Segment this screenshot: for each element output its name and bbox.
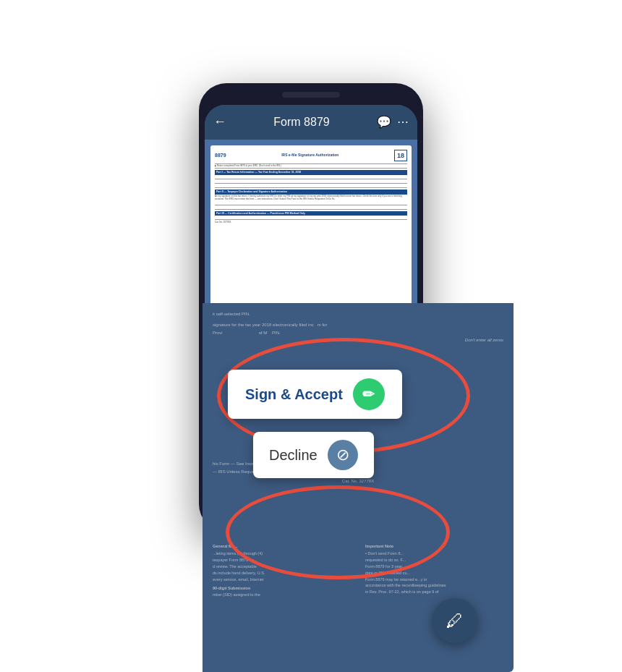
- form-year: 18: [394, 150, 407, 162]
- pencil-icon: ✏: [362, 386, 375, 403]
- expanded-line-6: Cat. No. 32778X: [213, 477, 503, 485]
- decline-label: Decline: [269, 447, 318, 464]
- header-icons: 💬 ⋯: [377, 115, 409, 129]
- sign-accept-label: Sign & Accept: [245, 386, 343, 403]
- chat-icon[interactable]: 💬: [377, 115, 391, 129]
- fab-pencil-button[interactable]: 🖊: [433, 598, 477, 643]
- expanded-bottom-text: General Mo... ...leting items (1) throug…: [213, 543, 503, 598]
- no-sign-icon: ⊘: [336, 446, 349, 464]
- form-part1: Part I — Tax Return Information — Tax Ye…: [215, 170, 407, 175]
- fab-pen-icon: 🖊: [446, 611, 464, 631]
- sign-accept-icon: ✏: [353, 378, 385, 410]
- form-cat: Cat. No. 32778X: [215, 221, 407, 224]
- expanded-line-2: signature for the tax year 2018 electron…: [213, 321, 503, 329]
- sign-accept-button[interactable]: Sign & Accept ✏: [228, 370, 402, 419]
- expanded-dont-enter: Don't enter all zeros: [213, 336, 503, 344]
- back-button[interactable]: ←: [213, 114, 226, 129]
- form-title: IRS e-file Signature Authorization: [281, 153, 338, 158]
- more-icon[interactable]: ⋯: [397, 115, 409, 129]
- form-part2: Part II — Taxpayer Declaration and Signa…: [215, 190, 407, 195]
- form-number: 8879: [215, 152, 226, 159]
- expanded-line-1: it self-selected PIN.: [213, 310, 503, 318]
- phone-header: ← Form 8879 💬 ⋯: [205, 105, 417, 140]
- form-subtitle: ▶ Return completed Form 8879 to your ERO…: [215, 165, 407, 168]
- form-part3: Part III — Certification and Authenticat…: [215, 211, 407, 216]
- expanded-panel: it self-selected PIN. signature for the …: [203, 303, 514, 672]
- decline-button[interactable]: Decline ⊘: [253, 432, 374, 478]
- page-title: Form 8879: [232, 116, 371, 129]
- scene: ← Form 8879 💬 ⋯ 8879 IRS e-file Signatur…: [0, 0, 622, 672]
- decline-icon: ⊘: [328, 440, 358, 470]
- form-body: As my signature on this tax return, I he…: [215, 195, 407, 201]
- expanded-line-3: Provi of M PIN.: [213, 329, 503, 337]
